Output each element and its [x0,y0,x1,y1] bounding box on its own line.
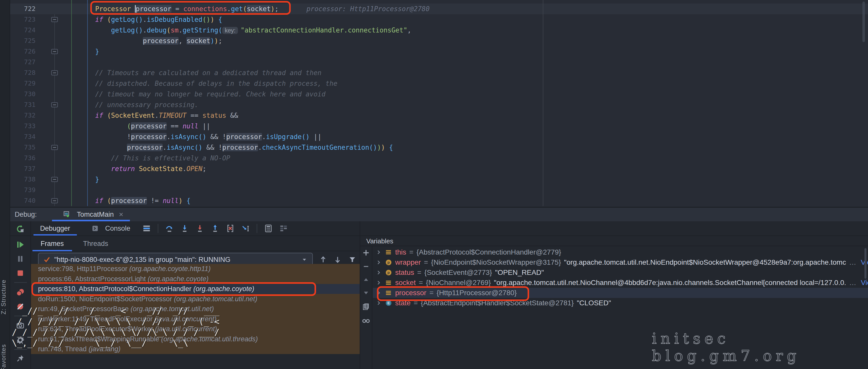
expand-chevron-icon[interactable] [375,269,382,276]
variable-row[interactable]: processor = {Http11Processor@2780} [373,288,868,298]
thread-dump-icon[interactable] [15,320,26,331]
hide-frames-filter-icon[interactable] [347,254,358,265]
gutter-line-number[interactable]: 723 [10,14,35,25]
gutter-line-number[interactable]: 733 [10,121,35,131]
variable-row[interactable]: pwrapper = {NioEndpoint$NioSocketWrapper… [373,257,868,268]
gutter-line-number[interactable]: 739 [10,185,35,195]
resume-icon[interactable] [15,239,26,250]
frame-row[interactable]: service:798, Http11Processor (org.apache… [31,264,360,274]
close-session-icon[interactable]: × [117,210,124,219]
step-into-icon[interactable] [179,223,190,234]
fold-marker-icon[interactable] [51,102,58,107]
fold-marker-icon[interactable] [51,198,58,203]
fold-marker-icon[interactable] [51,70,58,75]
variable-row[interactable]: pstatus = {SocketEvent@2773} "OPEN_READ" [373,268,868,278]
variable-row[interactable]: socket = {NioChannel@2769} "org.apache.t… [373,278,868,288]
code-line: !processor.isAsync() && !processor.isUpg… [63,131,322,142]
session-tab-tomcatmain[interactable]: TomcatMain × [52,208,130,221]
next-frame-icon[interactable] [333,254,343,265]
gutter-line-number[interactable]: 724 [10,25,35,35]
settings-icon[interactable] [15,335,26,346]
variable-row[interactable]: this = {AbstractProtocol$ConnectionHandl… [373,247,868,257]
fold-marker-icon[interactable] [51,49,58,54]
gutter-line-number[interactable]: 725 [10,35,35,46]
gutter-line-number[interactable]: 735 [10,142,35,153]
expand-chevron-icon[interactable] [375,259,382,266]
gutter-line-number[interactable]: 737 [10,163,35,174]
pin-tab-icon[interactable] [15,353,26,364]
expand-chevron-icon[interactable] [375,300,382,306]
frame-row[interactable]: doRun:1500, NioEndpoint$SocketProcessor … [31,294,360,304]
drop-frame-icon[interactable] [225,223,236,234]
layout-settings-icon[interactable] [278,223,289,234]
view-breakpoints-icon[interactable] [15,287,26,298]
gutter-line-number[interactable]: 732 [10,110,35,121]
code-editor[interactable]: 7227237247257267277287297307317327337347… [10,0,868,206]
code-line: processor.isAsync() && !processor.checkA… [63,142,393,153]
editor-scrollbar[interactable] [862,2,865,42]
tab-frames[interactable]: Frames [31,237,73,251]
variable-row[interactable]: Estate = {AbstractEndpoint$Handler$Socke… [373,298,868,308]
rerun-icon[interactable] [15,223,26,235]
gutter-line-number[interactable]: 738 [10,174,35,185]
expand-chevron-icon[interactable] [375,289,382,296]
gutter-line-number[interactable]: 727 [10,57,35,67]
show-watches-icon[interactable] [361,315,371,325]
gutter-line-number[interactable]: 729 [10,78,35,89]
frame-row[interactable]: runWorker:1149, ThreadPoolExecutor (java… [31,314,360,324]
frame-row[interactable]: run:748, Thread (java.lang) [31,344,360,354]
fold-marker-icon[interactable] [51,17,58,22]
debug-actions-column [10,221,31,369]
gutter-line-number[interactable]: 722 [10,4,35,14]
tab-console-label: Console [105,224,130,233]
step-out-icon[interactable] [210,223,221,234]
pause-icon[interactable] [15,253,26,265]
tab-debugger[interactable]: Debugger [31,221,79,236]
stripe-favorites-button[interactable]: Favorites [0,340,10,369]
code-line: // timeout may no longer be required. Ch… [63,89,326,99]
thread-running-check-icon [43,256,51,264]
force-step-into-icon[interactable] [194,223,206,234]
tab-console[interactable]: Console [79,221,139,236]
code-line: // Timeouts are calculated on a dedicate… [63,67,321,78]
remove-watch-icon[interactable] [361,262,371,272]
debugger-inline-hint: processor: Http11Processor@2780 [306,5,429,13]
frame-row[interactable]: run:624, ThreadPoolExecutor$Worker (java… [31,324,360,334]
watches-toolbar [360,246,372,369]
frame-row[interactable]: run:61, TaskThread$WrappingRunnable (org… [31,334,360,344]
gutter-line-number[interactable]: 734 [10,131,35,142]
fold-marker-icon[interactable] [51,145,58,150]
expand-chevron-icon[interactable] [375,279,382,286]
tool-window-stripe: Z: Structure Favorites [0,0,10,369]
run-to-cursor-icon[interactable] [240,223,251,234]
tab-threads[interactable]: Threads [73,237,118,251]
frame-row[interactable]: run:49, SocketProcessorBase (org.apache.… [31,304,360,314]
frame-row[interactable]: process:810, AbstractProtocol$Connection… [31,284,360,294]
evaluate-expression-icon[interactable] [263,223,274,234]
previous-frame-icon[interactable] [318,254,329,265]
gutter-line-number[interactable]: 728 [10,67,35,78]
debug-toolwindow-header: Debug: TomcatMain × [10,207,868,221]
stop-icon[interactable] [15,268,26,279]
gutter-line-number[interactable]: 740 [10,195,35,206]
threads-view-icon[interactable] [141,223,152,234]
move-watch-down-icon[interactable] [361,288,371,298]
gutter-line-number[interactable]: 726 [10,46,35,57]
stripe-structure-button[interactable]: Z: Structure [0,264,10,330]
view-link[interactable]: View [861,279,868,287]
gutter-line-number[interactable]: 731 [10,99,35,110]
fold-marker-icon[interactable] [51,177,58,182]
gutter-line-number[interactable]: 730 [10,89,35,99]
frame-row[interactable]: process:66, AbstractProcessorLight (org.… [31,274,360,284]
variables-scrollbar[interactable] [864,248,866,279]
duplicate-watch-icon[interactable] [361,302,371,312]
gutter-line-number[interactable]: 736 [10,153,35,163]
add-watch-icon[interactable] [361,248,371,258]
step-over-icon[interactable] [164,223,175,234]
code-line: // unnecessary processing. [63,99,198,110]
mute-breakpoints-icon[interactable] [15,301,26,312]
code-line: // dispatched. Because of delays in the … [63,78,337,89]
expand-chevron-icon[interactable] [375,249,382,255]
move-watch-up-icon[interactable] [361,275,371,285]
param-icon: p [385,259,392,266]
